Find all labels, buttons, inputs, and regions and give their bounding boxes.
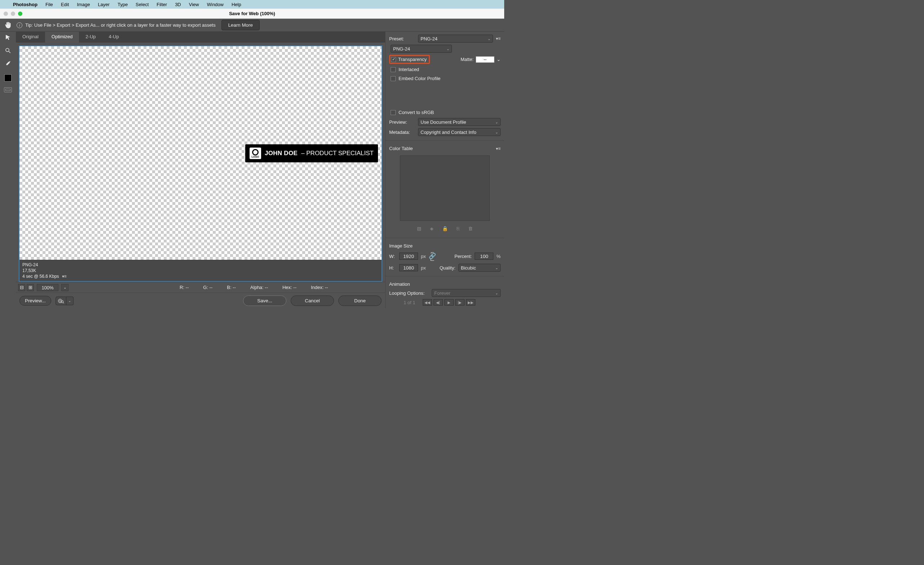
preset-select[interactable]: PNG-24⌄ bbox=[418, 35, 493, 42]
tab-original[interactable]: Original bbox=[16, 32, 45, 42]
convert-srgb-checkbox[interactable] bbox=[391, 110, 396, 115]
quality-select[interactable]: Bicubic⌄ bbox=[458, 264, 501, 272]
svg-point-3 bbox=[61, 301, 63, 303]
ct-websafe-icon[interactable]: ◈ bbox=[430, 226, 434, 231]
transparency-label: Transparency bbox=[398, 57, 427, 62]
color-table-flyout-icon[interactable]: ▾≡ bbox=[496, 146, 501, 151]
lower-third-graphic: LOGO JOHN DOE – PRODUCT SPECIALIST bbox=[245, 144, 378, 162]
preview-button[interactable]: Preview... bbox=[20, 296, 51, 306]
percent-label: Percent: bbox=[454, 254, 472, 259]
grid-small-icon[interactable]: ⊟ bbox=[18, 284, 25, 291]
width-unit: px bbox=[421, 254, 426, 259]
ct-delete-icon[interactable]: 🗑 bbox=[468, 226, 473, 231]
format-select[interactable]: PNG-24⌄ bbox=[391, 45, 452, 53]
color-table-label: Color Table bbox=[389, 146, 413, 151]
readout-alpha: Alpha: -- bbox=[250, 285, 268, 290]
menu-view[interactable]: View bbox=[189, 2, 199, 7]
matte-dropdown-icon[interactable]: ⌄ bbox=[496, 57, 501, 62]
width-label: W: bbox=[389, 254, 396, 259]
transparency-highlight: Transparency bbox=[389, 55, 430, 64]
info-flyout-icon[interactable]: ▾≡ bbox=[62, 274, 67, 279]
embed-profile-checkbox[interactable] bbox=[391, 76, 396, 81]
menu-edit[interactable]: Edit bbox=[61, 2, 69, 7]
info-format: PNG-24 bbox=[22, 262, 379, 267]
browser-preview-icon[interactable] bbox=[56, 297, 66, 305]
tip-bar: i Tip: Use File > Export > Export As... … bbox=[0, 19, 504, 32]
percent-field[interactable] bbox=[475, 252, 494, 260]
app-name[interactable]: Photoshop bbox=[13, 2, 38, 7]
svg-line-4 bbox=[63, 302, 64, 303]
metadata-select[interactable]: Copyright and Contact Info⌄ bbox=[418, 128, 501, 136]
ct-lock-icon[interactable]: 🔒 bbox=[442, 226, 448, 231]
graphic-name: JOHN DOE bbox=[265, 150, 297, 157]
menu-file[interactable]: File bbox=[45, 2, 53, 7]
grid-large-icon[interactable]: ⊞ bbox=[27, 284, 34, 291]
canvas-container: LOGO JOHN DOE – PRODUCT SPECIALIST PNG-2… bbox=[19, 45, 382, 282]
embed-profile-label: Embed Color Profile bbox=[399, 76, 440, 81]
matte-swatch[interactable]: -- bbox=[476, 56, 495, 63]
menu-window[interactable]: Window bbox=[207, 2, 224, 7]
foreground-color-swatch[interactable] bbox=[4, 74, 12, 81]
zoom-field[interactable]: 100% bbox=[37, 284, 58, 291]
readout-index: Index: -- bbox=[311, 285, 328, 290]
save-button[interactable]: Save... bbox=[243, 296, 286, 306]
slice-visibility-icon[interactable] bbox=[4, 87, 12, 92]
metadata-label: Metadata: bbox=[389, 129, 415, 135]
window-titlebar: Save for Web (100%) bbox=[0, 9, 504, 19]
mac-menubar: Photoshop File Edit Image Layer Type Sel… bbox=[0, 0, 504, 9]
menu-select[interactable]: Select bbox=[136, 2, 148, 7]
preview-profile-select[interactable]: Use Document Profile⌄ bbox=[418, 118, 501, 126]
height-field[interactable] bbox=[399, 264, 418, 271]
transparency-checkbox[interactable] bbox=[391, 57, 396, 62]
last-frame-icon: ▶▶ bbox=[466, 299, 476, 306]
animation-label: Animation bbox=[389, 281, 410, 287]
preview-canvas[interactable]: LOGO JOHN DOE – PRODUCT SPECIALIST bbox=[20, 46, 382, 260]
width-field[interactable] bbox=[399, 252, 418, 260]
zoom-tool-icon[interactable] bbox=[4, 46, 12, 55]
tab-optimized[interactable]: Optimized bbox=[45, 32, 80, 42]
tip-text: Tip: Use File > Export > Export As... or… bbox=[25, 23, 216, 28]
graphic-role: – PRODUCT SPECIALIST bbox=[301, 150, 374, 157]
quality-label: Quality: bbox=[440, 265, 456, 270]
constrain-link-icon[interactable]: ⌐🔗⌙ bbox=[429, 251, 436, 261]
eyedropper-tool-icon[interactable] bbox=[4, 59, 12, 68]
preview-profile-label: Preview: bbox=[389, 119, 415, 125]
frame-counter: 1 of 1 bbox=[404, 300, 416, 305]
done-button[interactable]: Done bbox=[338, 296, 382, 306]
convert-srgb-label: Convert to sRGB bbox=[399, 110, 434, 115]
image-size-label: Image Size bbox=[389, 243, 412, 249]
svg-point-0 bbox=[6, 48, 9, 52]
interlaced-label: Interlaced bbox=[399, 67, 419, 72]
tab-4up[interactable]: 4-Up bbox=[102, 32, 126, 42]
menu-filter[interactable]: Filter bbox=[156, 2, 167, 7]
first-frame-icon: ◀◀ bbox=[423, 299, 432, 306]
menu-help[interactable]: Help bbox=[231, 2, 241, 7]
readout-g: G: -- bbox=[203, 285, 212, 290]
window-title: Save for Web (100%) bbox=[0, 11, 504, 16]
zoom-dropdown[interactable]: ⌄ bbox=[61, 284, 69, 291]
menu-image[interactable]: Image bbox=[77, 2, 90, 7]
percent-unit: % bbox=[496, 254, 501, 259]
interlaced-checkbox[interactable] bbox=[391, 67, 396, 72]
height-unit: px bbox=[421, 265, 426, 270]
readout-hex: Hex: -- bbox=[282, 285, 297, 290]
ct-transparent-icon[interactable]: ▨ bbox=[417, 226, 421, 231]
readout-r: R: -- bbox=[180, 285, 189, 290]
canvas-info-bar: PNG-24 17,53K 4 sec @ 56.6 Kbps ▾≡ bbox=[20, 260, 382, 281]
tab-2up[interactable]: 2-Up bbox=[79, 32, 102, 42]
browser-preview-dropdown[interactable]: ⌄ bbox=[66, 297, 74, 305]
ct-new-icon[interactable]: ⎘ bbox=[457, 226, 459, 231]
menu-type[interactable]: Type bbox=[118, 2, 128, 7]
svg-line-1 bbox=[9, 51, 10, 53]
info-icon: i bbox=[16, 23, 22, 28]
pointer-tool-icon[interactable] bbox=[4, 33, 12, 42]
preset-flyout-icon[interactable]: ▾≡ bbox=[496, 36, 501, 41]
cancel-button[interactable]: Cancel bbox=[291, 296, 334, 306]
info-size: 17,53K bbox=[22, 268, 379, 273]
menu-layer[interactable]: Layer bbox=[98, 2, 110, 7]
next-frame-icon: |▶ bbox=[455, 299, 465, 306]
loop-label: Looping Options: bbox=[389, 290, 429, 296]
menu-3d[interactable]: 3D bbox=[175, 2, 181, 7]
learn-more-button[interactable]: Learn More bbox=[222, 20, 260, 30]
hand-tool-icon[interactable] bbox=[4, 22, 12, 29]
